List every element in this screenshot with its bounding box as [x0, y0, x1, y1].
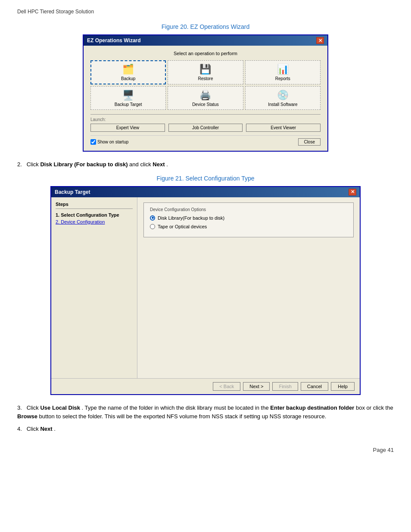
figure20-title: Figure 20. EZ Operations Wizard [17, 23, 394, 30]
bt-title-text: Backup Target [55, 189, 90, 195]
ez-subtitle: Select an operation to perform [90, 51, 321, 56]
bt-radio-disk-library[interactable]: Disk Library(For backup to disk) [150, 215, 347, 221]
device-status-label: Device Status [192, 102, 219, 107]
ez-cell-backup-target[interactable]: 🖥️ Backup Target [90, 86, 166, 110]
figure21-title: Figure 21. Select Configuration Type [17, 175, 394, 182]
ez-close-button[interactable]: Close [298, 138, 321, 146]
expert-view-button[interactable]: Expert View [90, 124, 165, 132]
step2-number: 2. [17, 161, 25, 168]
next-button[interactable]: Next > [243, 382, 270, 391]
ez-cell-restore[interactable]: 💾 Restore [168, 60, 243, 84]
ez-footer: Show on startup Close [90, 135, 321, 146]
finish-button[interactable]: Finish [272, 382, 298, 391]
tape-optical-radio[interactable] [150, 224, 155, 229]
restore-icon: 💾 [199, 64, 211, 75]
bt-body: Steps 1. Select Configuration Type 2. De… [51, 197, 360, 378]
ez-operation-grid: 🗂️ Backup 💾 Restore 📊 Reports 🖥️ Backup … [90, 60, 321, 110]
doc-header: Dell HPC Tiered Storage Solution [17, 9, 394, 15]
tape-optical-label: Tape or Optical devices [158, 224, 207, 229]
event-viewer-button[interactable]: Event Viewer [246, 124, 321, 132]
ez-title-text: EZ Operations Wizard [87, 37, 141, 44]
ez-cell-reports[interactable]: 📊 Reports [245, 60, 321, 84]
ez-wizard-window: EZ Operations Wizard ✕ Select an operati… [83, 34, 328, 152]
step3-text: Click [27, 404, 40, 411]
step2-instruction: 2. Click Disk Library (For backup to dis… [17, 160, 394, 169]
bt-sidebar: Steps 1. Select Configuration Type 2. De… [51, 197, 137, 378]
ez-launch-buttons: Expert View Job Controller Event Viewer [90, 124, 321, 132]
cancel-button[interactable]: Cancel [301, 382, 328, 391]
backup-target-icon: 🖥️ [122, 90, 134, 101]
step3-instruction: 3. Click Use Local Disk . Type the name … [17, 404, 394, 422]
step3-text2: . Type the name of the folder in which t… [82, 404, 271, 411]
install-software-icon: 💿 [277, 90, 289, 101]
step4-number: 4. [17, 426, 25, 432]
ez-titlebar: EZ Operations Wizard ✕ [84, 35, 327, 46]
step4-text2: . [54, 426, 56, 432]
bt-options-box: Device Configuration Options Disk Librar… [143, 202, 354, 237]
show-on-startup-checkbox[interactable]: Show on startup [90, 139, 128, 145]
bt-main-content: Device Configuration Options Disk Librar… [137, 197, 360, 378]
header-text: Dell HPC Tiered Storage Solution [17, 9, 94, 15]
backup-target-label: Backup Target [115, 102, 142, 107]
step2-text-middle: and click [129, 161, 153, 168]
page-number-text: Page 41 [373, 447, 394, 453]
step2-bold1: Disk Library (For backup to disk) [40, 161, 128, 168]
back-button[interactable]: < Back [213, 382, 240, 391]
page-number: Page 41 [17, 447, 394, 453]
restore-label: Restore [198, 76, 213, 81]
ez-cell-device-status[interactable]: 🖨️ Device Status [168, 86, 243, 110]
disk-library-radio[interactable] [150, 215, 155, 221]
backup-icon: 🗂️ [122, 64, 134, 75]
ez-launch-title: Launch: [90, 117, 321, 122]
step3-text3: box or click the [356, 404, 393, 411]
backup-label: Backup [121, 76, 135, 81]
step2-text-before: Click [27, 161, 40, 168]
step3-number: 3. [17, 404, 25, 411]
ez-cell-install-software[interactable]: 💿 Install Software [245, 86, 321, 110]
step3-bold-browse: Browse [17, 413, 37, 420]
step3-bold-use-local-disk: Use Local Disk [40, 404, 80, 411]
bt-step1-label: 1. Select Configuration Type [56, 212, 133, 218]
bt-radio-tape-optical[interactable]: Tape or Optical devices [150, 224, 347, 229]
steps-3-4: 3. Click Use Local Disk . Type the name … [17, 404, 394, 434]
show-on-startup-input[interactable] [90, 139, 96, 145]
job-controller-button[interactable]: Job Controller [168, 124, 243, 132]
ez-close-icon[interactable]: ✕ [316, 37, 324, 44]
install-software-label: Install Software [268, 102, 297, 107]
step2-text-after: . [166, 161, 168, 168]
bt-titlebar: Backup Target ✕ [51, 187, 360, 197]
step2-bold2: Next [153, 161, 165, 168]
step3-bold-enter-backup: Enter backup destination folder [270, 404, 354, 411]
step4-text: Click [27, 426, 40, 432]
show-on-startup-label: Show on startup [97, 140, 128, 144]
reports-icon: 📊 [277, 64, 289, 75]
help-button[interactable]: Help [331, 382, 355, 391]
disk-library-label: Disk Library(For backup to disk) [158, 215, 224, 221]
device-status-icon: 🖨️ [199, 90, 211, 101]
bt-close-icon[interactable]: ✕ [349, 189, 356, 196]
bt-step2-link[interactable]: 2. Device Configuration [56, 219, 133, 224]
bt-steps-title: Steps [56, 202, 133, 209]
bt-footer: < Back Next > Finish Cancel Help [51, 378, 360, 394]
backup-target-window: Backup Target ✕ Steps 1. Select Configur… [50, 186, 361, 395]
step4-bold-next: Next [40, 426, 52, 432]
step3-text4: button to select the folder. This will b… [39, 413, 327, 420]
bt-options-title: Device Configuration Options [150, 207, 347, 212]
ez-launch-section: Launch: Expert View Job Controller Event… [90, 114, 321, 132]
step4-instruction: 4. Click Next . [17, 425, 394, 434]
ez-cell-backup[interactable]: 🗂️ Backup [90, 60, 166, 84]
reports-label: Reports [275, 76, 290, 81]
